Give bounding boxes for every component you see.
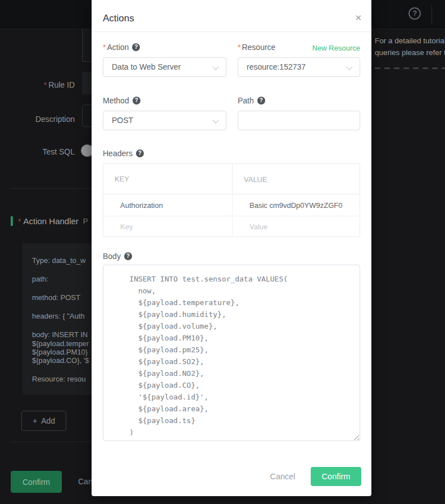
code-line: ${payload.PM10} [32, 348, 88, 356]
plus-icon: + [33, 416, 37, 425]
modal-header: Actions ✕ [92, 0, 371, 32]
code-line: ${payload.temper [32, 339, 89, 348]
header-value-field[interactable]: Basic cm9vdDp0YW9zZGF0 [249, 201, 342, 210]
code-line: Type: data_to_w [32, 256, 85, 265]
help-icon[interactable]: ? [124, 252, 132, 260]
path-input[interactable] [238, 111, 360, 130]
page: ? For a detailed tutorial queries please… [0, 0, 445, 504]
action-handler-label: Action Handler [23, 216, 78, 226]
value-column-header: VALUE [244, 175, 267, 184]
new-resource-link[interactable]: New Resource [312, 44, 360, 52]
add-action-button[interactable]: + Add [21, 411, 66, 431]
topbar-divider [432, 5, 432, 25]
required-mark: * [238, 43, 240, 52]
code-line: body: INSERT IN [32, 330, 88, 339]
action-summary-panel: Type: data_to_w path: method: POST heade… [22, 243, 92, 395]
headers-label: Headers ? [103, 149, 144, 158]
dashed-divider [375, 67, 445, 69]
tutorial-line-1: For a detailed tutorial [375, 35, 445, 47]
rule-confirm-button[interactable]: Confirm [11, 471, 62, 493]
tutorial-line-2: queries please refer to [375, 47, 445, 58]
method-label: Method ? [103, 96, 140, 105]
help-icon[interactable]: ? [133, 97, 140, 105]
action-label: *Action ? [103, 43, 140, 52]
close-icon[interactable]: ✕ [355, 13, 362, 22]
headers-table: KEY VALUE Authorization Basic cm9vdDp0YW… [103, 164, 360, 237]
cancel-button[interactable]: Cancel [264, 471, 301, 482]
help-icon[interactable]: ? [132, 43, 140, 51]
modal-title: Actions [103, 13, 134, 24]
path-label: Path ? [238, 96, 265, 105]
required-mark: * [103, 43, 106, 52]
resource-select[interactable]: resource:152737 [238, 57, 360, 77]
resource-label: *Resource [238, 43, 275, 52]
action-handler-heading: * Action Handler P [11, 216, 88, 226]
actions-modal: Actions ✕ *Action ? *Resource New Resour… [92, 0, 371, 496]
code-line: method: POST [32, 293, 80, 302]
header-key-field[interactable]: Authorization [120, 201, 163, 210]
table-row: Authorization Basic cm9vdDp0YW9zZGF0 [103, 194, 360, 216]
code-line: path: [32, 275, 48, 283]
description-label: Description [0, 115, 75, 124]
code-line: ${payload.CO}, '$ [32, 356, 89, 365]
body-label: Body ? [103, 252, 132, 261]
headers-table-head: KEY VALUE [103, 164, 360, 194]
footer-divider [11, 442, 92, 442]
tutorial-note: For a detailed tutorial queries please r… [375, 35, 445, 58]
body-textarea[interactable]: INSERT INTO test.sensor_data VALUES( now… [103, 265, 360, 441]
confirm-button[interactable]: Confirm [311, 467, 361, 486]
chevron-down-icon [346, 63, 352, 70]
section-divider [10, 188, 92, 189]
required-mark: * [18, 217, 21, 226]
key-column-header: KEY [115, 175, 129, 183]
help-icon[interactable]: ? [136, 149, 144, 157]
code-line: headers: { "Auth [32, 312, 85, 320]
green-bar [11, 216, 13, 226]
method-select[interactable]: POST [103, 111, 226, 130]
header-value-field-placeholder[interactable]: Value [249, 223, 267, 231]
help-icon[interactable]: ? [408, 7, 421, 20]
action-handler-hint: P [83, 217, 88, 225]
table-row: Key Value [103, 216, 360, 237]
chevron-down-icon [212, 117, 219, 123]
rule-id-label: *Rule ID [0, 80, 75, 89]
header-key-field-placeholder[interactable]: Key [120, 223, 133, 231]
test-sql-label: Test SQL [0, 147, 75, 156]
required-mark: * [44, 80, 47, 89]
help-icon[interactable]: ? [257, 97, 265, 105]
code-line: Resource: resou [32, 375, 85, 383]
chevron-down-icon [212, 63, 219, 70]
action-select[interactable]: Data to Web Server [103, 57, 226, 77]
